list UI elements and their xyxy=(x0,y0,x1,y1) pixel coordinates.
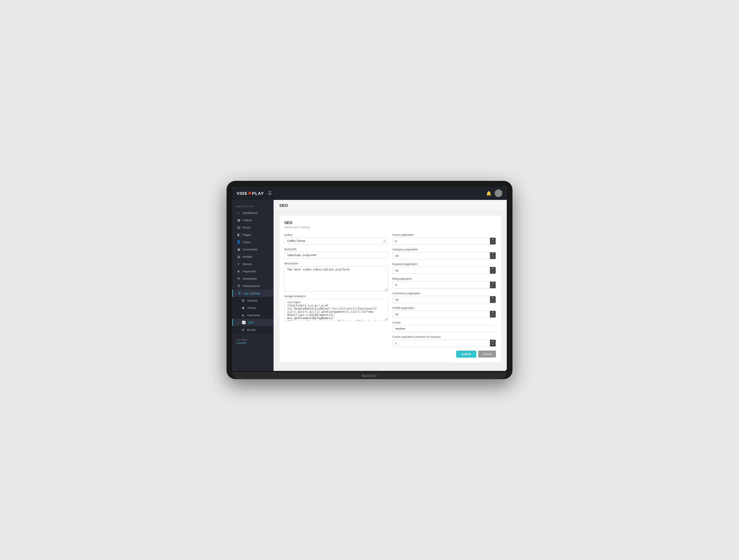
home-pagination-label: Home pagination xyxy=(392,233,496,237)
keyword-pagination-decrement[interactable]: − xyxy=(490,270,496,274)
cache-expiration-group: Cache expiration (Number of minutes) + − xyxy=(392,335,496,347)
seo-icon: 📈 xyxy=(242,321,246,324)
category-pagination-group: Category pagination + − xyxy=(392,248,496,259)
posts-icon: ▤ xyxy=(237,226,241,229)
logo-text-suffix: PLAY xyxy=(252,191,264,196)
bell-icon[interactable]: 🔔 xyxy=(486,191,491,196)
sidebar: Navigation ⌂ Dashboard ▦ Videos › ▤ Post… xyxy=(232,200,274,371)
cache-expiration-input[interactable] xyxy=(393,340,490,346)
logo: VIDEPLAY xyxy=(237,191,264,196)
topbar-right: 🔔 xyxy=(486,189,502,197)
sidebar-item-label: Menus xyxy=(243,262,252,266)
home-pagination-btns: + − xyxy=(490,238,496,244)
sidebar-item-label: Newsletter xyxy=(243,277,257,280)
blog-pagination-input[interactable] xyxy=(393,282,490,288)
author-input[interactable] xyxy=(284,238,388,244)
sidebar-item-label: Payments xyxy=(243,270,256,273)
sidebar-submenu-label: Theme xyxy=(247,306,256,309)
keyword-pagination-label: Keyword pagination xyxy=(392,263,496,266)
videos-icon: ▦ xyxy=(237,218,241,222)
sidebar-submenu-item-payments[interactable]: ◈ Payments xyxy=(232,311,274,319)
sidebar-item-maintenance[interactable]: ⚙ Maintenance xyxy=(232,282,274,290)
newsletter-icon: ✉ xyxy=(237,277,241,280)
sidebar-item-videos[interactable]: ▦ Videos › xyxy=(232,217,274,224)
pages-icon: ◧ xyxy=(237,233,241,237)
sidebar-item-medias[interactable]: ▧ Medias xyxy=(232,253,274,260)
sidebar-item-label: Pages xyxy=(243,233,251,237)
sidebar-item-label: App settings xyxy=(243,291,260,295)
sidebar-item-label: Comments xyxy=(243,248,257,251)
home-pagination-decrement[interactable]: − xyxy=(490,241,496,244)
google-analytics-group: Google analytics <script> (function(i,s,… xyxy=(284,295,388,321)
sidebar-item-payments[interactable]: ◈ Payments xyxy=(232,268,274,275)
form-section-title: SEO xyxy=(284,221,496,225)
sidebar-item-app-settings[interactable]: ⚙ App settings › xyxy=(232,290,274,297)
author-group: author ⊞ xyxy=(284,233,388,244)
sidebar-item-dashboard[interactable]: ⌂ Dashboard xyxy=(232,209,274,217)
submit-button[interactable]: Submit xyxy=(456,351,476,358)
maintenance-icon: ⚙ xyxy=(237,284,241,288)
help-title: For Help ? xyxy=(237,338,269,341)
cache-expiration-decrement[interactable]: − xyxy=(490,343,496,346)
category-pagination-input[interactable] xyxy=(393,252,490,259)
profile-pagination-btns: + − xyxy=(490,311,496,317)
keyword-pagination-input[interactable] xyxy=(393,267,490,274)
payments-icon: ◈ xyxy=(237,270,241,273)
profile-pagination-decrement[interactable]: − xyxy=(490,314,496,317)
form-card: SEO Define SEO settings author ⊞ xyxy=(279,216,501,363)
hamburger-icon[interactable]: ☰ xyxy=(268,191,272,196)
submenu-payments-icon: ◈ xyxy=(241,313,245,317)
sidebar-submenu-label: Payments xyxy=(247,314,260,317)
sidebar-section-title: Navigation xyxy=(232,202,274,209)
description-textarea[interactable]: The best video subscription platform xyxy=(284,266,388,291)
category-pagination-input-group: + − xyxy=(392,252,496,259)
author-input-wrapper: ⊞ xyxy=(284,238,388,244)
cache-expiration-btns: + − xyxy=(490,340,496,346)
theme-icon: ◉ xyxy=(241,306,245,309)
sidebar-item-pages[interactable]: ◧ Pages xyxy=(232,231,274,238)
logo-dot xyxy=(249,192,251,194)
sidebar-item-label: Maintenance xyxy=(243,284,260,288)
app-settings-icon: ⚙ xyxy=(237,291,241,295)
dashboard-icon: ⌂ xyxy=(237,211,241,215)
comments-icon: ▣ xyxy=(237,248,241,251)
profile-pagination-label: Profile pagination xyxy=(392,306,496,309)
cache-expiration-input-group: + − xyxy=(392,339,496,347)
sidebar-item-label: Users xyxy=(243,240,251,244)
keywords-group: keywords xyxy=(284,248,388,259)
sidebar-submenu-item-seo[interactable]: 📈 SEO xyxy=(232,319,274,326)
users-icon: 👤 xyxy=(237,240,241,244)
sidebar-item-label: Posts xyxy=(243,226,250,229)
form-section-subtitle: Define SEO settings xyxy=(284,226,496,229)
cache-select[interactable]: inactive active xyxy=(392,325,496,332)
comments-pagination-input[interactable] xyxy=(393,296,490,303)
sidebar-item-newsletter[interactable]: ✉ Newsletter xyxy=(232,275,274,282)
keyword-pagination-group: Keyword pagination + − xyxy=(392,263,496,274)
main-layout: Navigation ⌂ Dashboard ▦ Videos › ▤ Post… xyxy=(232,200,507,371)
profile-pagination-input[interactable] xyxy=(393,311,490,317)
avatar[interactable] xyxy=(495,189,502,197)
google-analytics-textarea[interactable]: <script> (function(i,s,o,g,r,a,m){i['Goo… xyxy=(284,299,388,321)
blog-pagination-decrement[interactable]: − xyxy=(490,285,496,288)
cancel-button[interactable]: Cancel xyxy=(478,351,496,358)
sidebar-submenu-item-theme[interactable]: ◉ Theme xyxy=(232,304,274,311)
home-pagination-input[interactable] xyxy=(393,238,490,244)
help-link[interactable]: Forums xyxy=(237,341,269,344)
sidebar-submenu-label: SEO xyxy=(248,321,254,324)
sidebar-item-comments[interactable]: ▣ Comments xyxy=(232,246,274,253)
sidebar-submenu-item-general[interactable]: ⊞ General xyxy=(232,297,274,304)
sidebar-submenu-item-emails[interactable]: ✉ Emails xyxy=(232,326,274,333)
category-pagination-decrement[interactable]: − xyxy=(490,256,496,259)
sidebar-item-menus[interactable]: ≡ Menus xyxy=(232,260,274,268)
topbar: VIDEPLAY ☰ 🔔 xyxy=(232,186,507,200)
sidebar-item-users[interactable]: 👤 Users xyxy=(232,238,274,246)
comments-pagination-decrement[interactable]: − xyxy=(490,300,496,303)
page-title: SEO xyxy=(279,203,288,208)
form-grid: author ⊞ keywords xyxy=(284,233,496,347)
profile-pagination-group: Profile pagination + − xyxy=(392,306,496,318)
form-actions: Submit Cancel xyxy=(284,351,496,358)
blog-pagination-label: Blog pagination xyxy=(392,277,496,280)
keywords-input[interactable] xyxy=(284,252,388,259)
sidebar-item-posts[interactable]: ▤ Posts › xyxy=(232,224,274,231)
sidebar-item-label: Videos xyxy=(243,218,252,222)
